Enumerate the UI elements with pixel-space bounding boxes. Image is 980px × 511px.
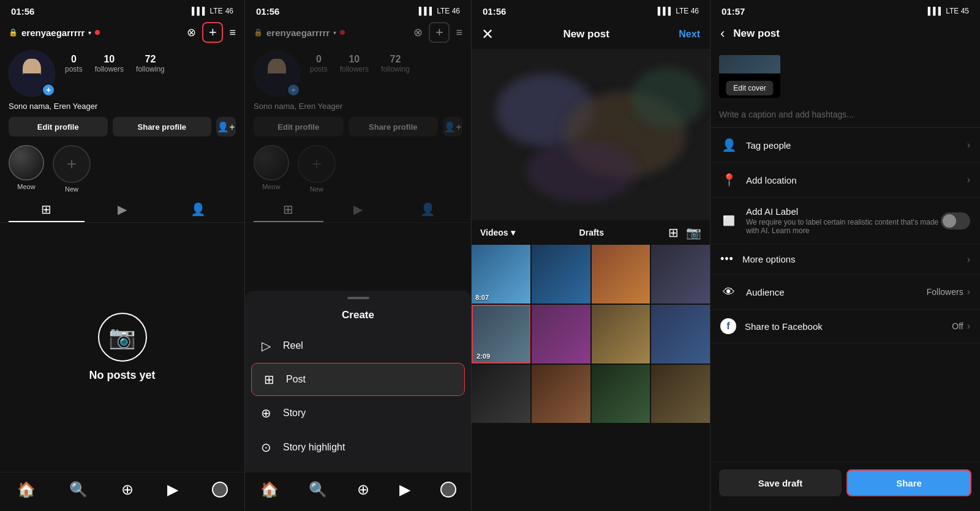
story-add-icon-2: + bbox=[312, 154, 322, 174]
nav-avatar[interactable] bbox=[212, 482, 228, 498]
profile-header: 🔒 erenyaegarrrrr ▾ ⊗ + ≡ bbox=[0, 20, 244, 48]
media-type-label: Videos bbox=[480, 228, 508, 237]
stat-followers-2: 10 followers bbox=[340, 54, 369, 73]
stat-following[interactable]: 72 following bbox=[136, 54, 165, 73]
status-bar-3: 01:56 ▌▌▌ LTE 46 bbox=[472, 0, 710, 20]
next-button[interactable]: Next bbox=[679, 29, 700, 40]
tab-grid[interactable]: ⊞ bbox=[9, 198, 85, 222]
media-cell-1[interactable]: 8:07 bbox=[472, 245, 530, 304]
media-cell-4[interactable] bbox=[651, 245, 710, 304]
threads-icon[interactable]: ⊗ bbox=[187, 26, 196, 39]
media-cell-12[interactable] bbox=[651, 365, 710, 423]
option-more-options[interactable]: ••• More options › bbox=[710, 244, 980, 275]
ai-label-text: Add AI Label We require you to label cer… bbox=[746, 206, 941, 235]
media-cell-9[interactable] bbox=[472, 365, 530, 423]
avatar-wrap: + bbox=[9, 50, 55, 97]
media-toolbar: Videos ▾ Drafts ⊞ 📷 bbox=[472, 220, 710, 245]
post-preview-area: Edit cover bbox=[710, 48, 980, 105]
menu-icon[interactable]: ≡ bbox=[229, 26, 236, 39]
location-label: Add location bbox=[746, 175, 967, 185]
close-button[interactable]: ✕ bbox=[481, 26, 494, 43]
tab-tagged-2: 👤 bbox=[393, 198, 462, 222]
stat-posts[interactable]: 0 posts bbox=[65, 54, 83, 73]
media-cell-6[interactable] bbox=[532, 305, 590, 364]
nav-home-2: 🏠 bbox=[260, 481, 279, 498]
facebook-icon: f bbox=[720, 318, 736, 334]
story-meow-label: Meow bbox=[17, 183, 35, 190]
back-button[interactable]: ‹ bbox=[720, 26, 725, 42]
media-cell-3[interactable] bbox=[592, 245, 650, 304]
option-add-location[interactable]: 📍 Add location › bbox=[710, 163, 980, 198]
create-post-item[interactable]: ⊞ Post bbox=[251, 363, 465, 396]
add-post-button[interactable]: + bbox=[202, 22, 223, 43]
option-ai-label[interactable]: ⬜ Add AI Label We require you to label c… bbox=[710, 198, 980, 244]
story-add-2: + bbox=[298, 145, 336, 183]
option-audience[interactable]: 👁 Audience Followers › bbox=[710, 275, 980, 310]
nav-add-icon[interactable]: ⊕ bbox=[121, 481, 134, 498]
option-tag-people[interactable]: 👤 Tag people › bbox=[710, 128, 980, 163]
story-meow[interactable]: Meow bbox=[9, 145, 44, 193]
lock-icon-2: 🔒 bbox=[254, 28, 263, 37]
story-add-circle: + bbox=[53, 145, 91, 183]
audience-chevron: › bbox=[967, 286, 970, 297]
create-reel-item[interactable]: ▷ Reel bbox=[245, 329, 471, 363]
grid-icon[interactable]: ⊞ bbox=[668, 225, 679, 240]
create-story-item[interactable]: ⊕ Story bbox=[245, 396, 471, 430]
svg-point-3 bbox=[631, 67, 704, 129]
action-btns-2: Edit profile Share profile 👤+ bbox=[245, 116, 471, 143]
media-cell-selected[interactable]: 2:09 bbox=[472, 305, 530, 364]
video-preview bbox=[472, 49, 710, 220]
profile-info-section: + 0 posts 10 followers 72 following bbox=[0, 48, 244, 100]
edit-cover-button[interactable]: Edit cover bbox=[726, 81, 773, 95]
story-new-label: New bbox=[65, 185, 78, 193]
nav-home-icon[interactable]: 🏠 bbox=[17, 481, 36, 498]
find-people-button[interactable]: 👤+ bbox=[216, 117, 236, 136]
posts-count: 0 bbox=[71, 54, 77, 65]
nav-add-2: ⊕ bbox=[357, 481, 369, 498]
signal-icon-1: ▌▌▌ bbox=[192, 7, 208, 15]
edit-profile-2: Edit profile bbox=[254, 117, 344, 136]
followers-label: followers bbox=[95, 65, 124, 73]
status-bar-1: 01:56 ▌▌▌ LTE 46 bbox=[0, 0, 244, 20]
story-new[interactable]: + New bbox=[53, 145, 91, 193]
save-draft-button[interactable]: Save draft bbox=[719, 469, 842, 496]
reel-label: Reel bbox=[283, 340, 303, 351]
tab-reels[interactable]: ▶ bbox=[85, 198, 160, 222]
caption-area[interactable]: Write a caption and add hashtags... bbox=[710, 105, 980, 128]
camera-switch-icon[interactable]: 📷 bbox=[686, 225, 701, 240]
media-cell-7[interactable] bbox=[592, 305, 650, 364]
nav-reels-icon[interactable]: ▶ bbox=[167, 481, 178, 498]
edit-profile-button[interactable]: Edit profile bbox=[9, 117, 108, 136]
stories-2: Meow + New bbox=[245, 143, 471, 198]
nav-search-2: 🔍 bbox=[309, 481, 327, 498]
media-cell-10[interactable] bbox=[532, 365, 590, 423]
create-highlight-item[interactable]: ⊙ Story highlight bbox=[245, 430, 471, 464]
stat-posts-2: 0 posts bbox=[310, 54, 328, 73]
stats-row: 0 posts 10 followers 72 following bbox=[65, 50, 165, 73]
threads-icon-2: ⊗ bbox=[413, 26, 423, 39]
share-button[interactable]: Share bbox=[846, 469, 971, 496]
nav-search-icon[interactable]: 🔍 bbox=[69, 481, 88, 498]
panel4-header: ‹ New post bbox=[710, 20, 980, 48]
add-story-button[interactable]: + bbox=[42, 83, 55, 97]
followers-count-2: 10 bbox=[349, 54, 360, 65]
profile-header-2: 🔒 erenyaegarrrrr ▾ ⊗ + ≡ bbox=[245, 20, 471, 48]
media-type-button[interactable]: Videos ▾ bbox=[480, 228, 515, 237]
tab-tagged[interactable]: 👤 bbox=[160, 198, 236, 222]
ai-label-sublabel: We require you to label certain realisti… bbox=[746, 218, 941, 235]
story-meow-circle bbox=[9, 145, 44, 181]
media-cell-11[interactable] bbox=[592, 365, 650, 423]
stat-followers[interactable]: 10 followers bbox=[95, 54, 124, 73]
panel-create: 01:56 ▌▌▌ LTE 46 🔒 erenyaegarrrrr ▾ ⊗ + … bbox=[245, 0, 472, 511]
media-icon-row: ⊞ 📷 bbox=[668, 225, 701, 240]
media-cell-8[interactable] bbox=[651, 305, 710, 364]
ai-label-toggle[interactable] bbox=[941, 212, 970, 229]
media-cell-2[interactable] bbox=[532, 245, 590, 304]
share-profile-button-1[interactable]: Share profile bbox=[113, 117, 212, 136]
status-time-2: 01:56 bbox=[256, 6, 279, 17]
option-share-facebook[interactable]: f Share to Facebook Off › bbox=[710, 310, 980, 343]
drafts-button[interactable]: Drafts bbox=[579, 228, 604, 237]
status-bar-4: 01:57 ▌▌▌ LTE 45 bbox=[710, 0, 980, 20]
ai-label-icon: ⬜ bbox=[720, 212, 737, 229]
verified-dot bbox=[95, 30, 100, 35]
